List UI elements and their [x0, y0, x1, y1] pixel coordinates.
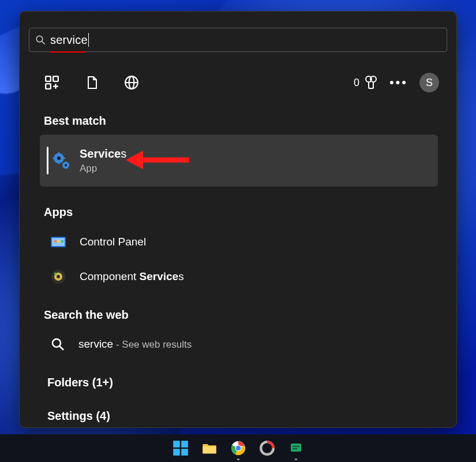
svg-rect-15 — [58, 162, 59, 165]
best-match-title: Services — [80, 147, 126, 161]
section-heading-folders[interactable]: Folders (1+) — [47, 376, 113, 389]
svg-rect-44 — [293, 448, 297, 449]
svg-rect-33 — [173, 441, 180, 448]
svg-point-13 — [57, 157, 61, 160]
svg-point-0 — [36, 36, 43, 42]
taskbar-app-donut[interactable] — [259, 440, 275, 456]
svg-rect-2 — [46, 76, 51, 81]
section-heading-search-web: Search the web — [44, 308, 129, 322]
result-label: Control Panel — [80, 236, 146, 248]
taskbar — [0, 434, 476, 462]
rewards-icon — [364, 76, 378, 90]
filter-web-icon[interactable] — [123, 74, 140, 91]
svg-point-29 — [57, 275, 60, 278]
search-query-text: service — [50, 34, 88, 46]
taskbar-app-chat[interactable] — [288, 440, 304, 456]
svg-rect-26 — [61, 240, 63, 243]
search-icon — [35, 35, 46, 45]
search-icon — [51, 337, 65, 351]
search-filter-tabs: 0 ••• S — [44, 69, 439, 96]
taskbar-start-button[interactable] — [173, 440, 189, 456]
svg-rect-36 — [181, 449, 188, 456]
section-heading-best-match: Best match — [44, 114, 106, 128]
svg-point-19 — [65, 164, 67, 166]
svg-line-1 — [42, 41, 44, 44]
section-heading-apps: Apps — [44, 206, 73, 219]
svg-point-30 — [54, 273, 57, 275]
svg-rect-17 — [63, 158, 65, 159]
services-app-icon — [52, 151, 70, 170]
svg-rect-37 — [203, 447, 216, 454]
svg-rect-42 — [291, 444, 301, 452]
svg-rect-14 — [58, 152, 59, 154]
microsoft-rewards[interactable]: 0 — [354, 76, 378, 90]
result-app-component-services[interactable]: Component Services — [51, 269, 184, 284]
result-app-control-panel[interactable]: Control Panel — [51, 234, 146, 249]
section-heading-settings[interactable]: Settings (4) — [47, 409, 110, 423]
taskbar-file-explorer[interactable] — [201, 440, 218, 456]
svg-rect-24 — [54, 240, 57, 243]
svg-rect-16 — [53, 158, 55, 159]
component-services-icon — [51, 269, 66, 284]
more-options-button[interactable]: ••• — [389, 76, 408, 89]
svg-rect-34 — [181, 441, 188, 448]
svg-rect-25 — [58, 240, 60, 243]
svg-rect-3 — [46, 84, 51, 89]
filter-apps-icon[interactable] — [44, 74, 60, 91]
rewards-count: 0 — [354, 77, 359, 89]
result-web-search[interactable]: service - See web results — [51, 337, 192, 351]
best-match-result[interactable]: Services App — [40, 135, 438, 187]
result-label: Component Services — [80, 270, 184, 283]
result-label: service - See web results — [78, 338, 192, 351]
best-match-subtitle: App — [80, 163, 126, 174]
search-input-container[interactable]: service — [29, 28, 447, 52]
svg-rect-4 — [53, 76, 58, 81]
user-avatar[interactable]: S — [419, 73, 439, 92]
control-panel-icon — [51, 234, 66, 249]
svg-rect-43 — [293, 446, 299, 447]
svg-point-31 — [53, 339, 61, 347]
avatar-initial: S — [426, 77, 433, 89]
selection-indicator — [47, 147, 48, 174]
taskbar-chrome[interactable] — [230, 440, 246, 456]
text-caret — [88, 33, 89, 47]
svg-line-32 — [59, 346, 63, 350]
windows-search-panel: service — [19, 11, 457, 428]
filter-documents-icon[interactable] — [84, 74, 100, 91]
svg-rect-35 — [173, 449, 180, 456]
spellcheck-underline — [50, 51, 85, 53]
svg-point-40 — [235, 446, 241, 451]
